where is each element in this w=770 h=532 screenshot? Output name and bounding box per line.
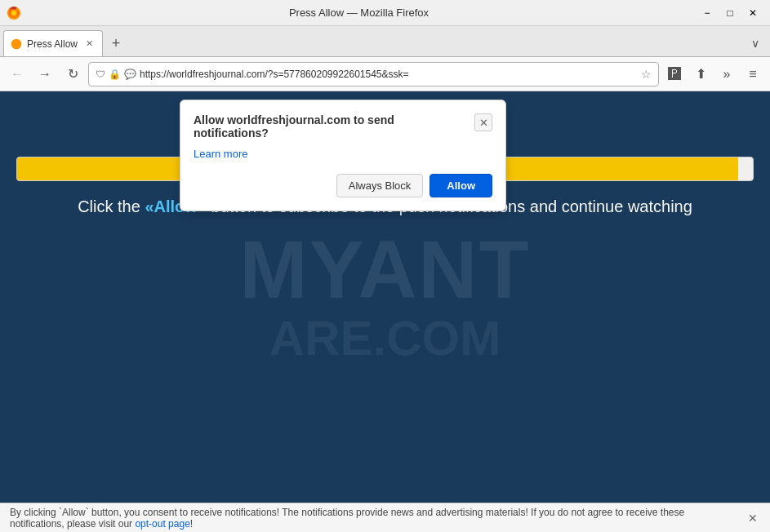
svg-point-2 [11, 11, 16, 15]
bottom-text-after: ! [190, 518, 193, 530]
watermark-line1: MYANT [239, 228, 530, 310]
bookmark-star-icon[interactable]: ☆ [641, 68, 652, 81]
pocket-button[interactable]: 🅿 [662, 62, 687, 86]
tabbar: Press Allow ✕ + ∨ [0, 26, 770, 57]
titlebar-left [7, 6, 21, 20]
firefox-logo-icon [7, 6, 21, 20]
always-block-button[interactable]: Always Block [336, 174, 424, 197]
bottom-text-before: By clicking `Allow` button, you consent … [10, 507, 684, 530]
tab-favicon-icon [11, 38, 22, 50]
popup-close-button[interactable]: ✕ [474, 113, 492, 131]
popup-title: Allow worldfreshjournal.com to send noti… [194, 113, 468, 140]
back-button[interactable]: ← [5, 62, 29, 86]
notification-popup: Allow worldfreshjournal.com to send noti… [180, 100, 506, 211]
titlebar: Press Allow — Mozilla Firefox − □ ✕ [0, 0, 770, 26]
address-bar[interactable]: 🛡 🔒 💬 https://worldfreshjournal.com/?s=5… [88, 62, 659, 86]
window-title: Press Allow — Mozilla Firefox [21, 7, 697, 19]
toolbar-right: 🅿 ⬆ » ≡ [662, 62, 765, 86]
forward-button[interactable]: → [33, 62, 57, 86]
chat-icon: 💬 [124, 69, 136, 80]
url-text: https://worldfreshjournal.com/?s=5778602… [140, 69, 638, 80]
tab-title: Press Allow [27, 38, 78, 50]
window-close-button[interactable]: ✕ [742, 4, 763, 22]
minimize-button[interactable]: − [697, 4, 718, 22]
allow-button[interactable]: Allow [430, 174, 492, 197]
opt-out-link[interactable]: opt-out page [135, 518, 189, 530]
reload-button[interactable]: ↻ [60, 62, 85, 86]
shield-icon: 🛡 [96, 69, 105, 80]
new-tab-button[interactable]: + [105, 32, 127, 55]
address-bar-icons: 🛡 🔒 💬 [96, 69, 136, 80]
bottom-bar-close-button[interactable]: ✕ [745, 509, 760, 527]
more-tools-button[interactable]: » [714, 62, 739, 86]
maximize-button[interactable]: □ [719, 4, 741, 22]
lock-icon: 🔒 [109, 69, 121, 80]
tab-expand-button[interactable]: ∨ [744, 32, 767, 55]
bottom-bar: By clicking `Allow` button, you consent … [0, 503, 770, 532]
bookmark-button[interactable]: ⬆ [688, 62, 713, 86]
popup-buttons: Always Block Allow [194, 174, 492, 197]
titlebar-controls: − □ ✕ [697, 4, 763, 22]
popup-header: Allow worldfreshjournal.com to send noti… [194, 113, 492, 140]
tab-close-button[interactable]: ✕ [82, 38, 96, 51]
svg-point-3 [11, 38, 22, 49]
menu-button[interactable]: ≡ [741, 62, 765, 86]
learn-more-link[interactable]: Learn more [194, 148, 247, 160]
bottom-bar-text: By clicking `Allow` button, you consent … [10, 507, 738, 530]
active-tab[interactable]: Press Allow ✕ [3, 30, 103, 56]
navbar: ← → ↻ 🛡 🔒 💬 https://worldfreshjournal.co… [0, 57, 770, 91]
watermark-line2: ARE.COM [269, 310, 501, 366]
page-content: MYANT ARE.COM 98% Click the «Allow» butt… [0, 91, 770, 503]
